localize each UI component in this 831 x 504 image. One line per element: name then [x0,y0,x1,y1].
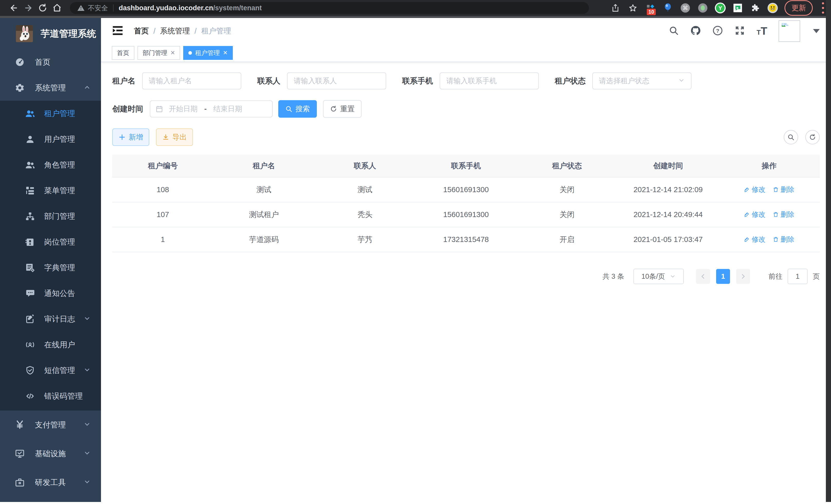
pagination: 共 3 条 10条/页 1 前往 1 页 [112,269,820,284]
create-time-range-picker[interactable]: 开始日期 - 结束日期 [150,100,273,117]
tab-tenant[interactable]: 租户管理 ✕ [183,46,233,60]
address-bar[interactable]: 不安全 dashboard.yudao.iocoder.cn/system/te… [70,2,589,14]
cell-created: 2021-12-14 21:02:09 [618,177,718,202]
github-icon[interactable] [690,25,701,37]
browser-back-button[interactable] [7,1,21,15]
page-header: 首页 / 系统管理 / 租户管理 ? T [101,18,831,44]
avatar-dropdown-caret-icon[interactable] [813,29,820,33]
extension-record-icon[interactable] [697,2,709,13]
chrome-menu-icon[interactable]: ••• [822,1,824,15]
edit-link[interactable]: 修改 [744,235,766,244]
extension-chat-icon[interactable] [732,2,743,13]
extensions-puzzle-icon[interactable] [749,2,761,13]
header-search-icon[interactable] [668,25,679,37]
url-host: dashboard.yudao.iocoder.cn [119,4,213,12]
user-icon [25,134,35,144]
sidebar-item-dept[interactable]: 部门管理 [0,203,101,229]
delete-link[interactable]: 删除 [773,235,794,244]
edit-link[interactable]: 修改 [744,210,766,219]
fullscreen-icon[interactable] [735,25,745,37]
profile-emoji-icon[interactable] [767,2,778,13]
toggle-search-button[interactable] [784,130,798,144]
breadcrumb-separator: / [153,27,155,35]
breadcrumb-home[interactable]: 首页 [134,26,149,36]
chevron-right-icon [740,273,746,280]
share-icon[interactable] [610,2,621,13]
goto-label: 前往 [769,272,782,281]
status-select[interactable]: 请选择租户状态 [592,72,691,89]
search-button[interactable]: 搜索 [278,100,317,118]
download-icon [162,134,169,141]
sidebar-item-tenant[interactable]: 租户管理 [0,101,101,126]
sidebar-item-post[interactable]: 岗位管理 [0,229,101,255]
active-tab-dot [188,51,192,55]
cell-tenant-id: 108 [112,177,213,202]
extension-balloon-icon[interactable] [662,2,674,13]
prev-page-button[interactable] [696,269,710,284]
sidebar-item-dev-tools[interactable]: 研发工具 [0,468,101,497]
refresh-table-button[interactable] [805,130,820,144]
page-size-select[interactable]: 10条/页 [633,269,684,284]
delete-link[interactable]: 删除 [773,210,794,219]
export-button[interactable]: 导出 [156,128,193,146]
page-number-current[interactable]: 1 [716,269,730,284]
help-icon[interactable]: ? [712,25,723,37]
sidebar-item-dict[interactable]: 字典管理 [0,255,101,280]
cell-mobile: 15601691300 [416,202,516,227]
close-icon[interactable]: ✕ [170,50,175,56]
col-tenant-name: 租户名 [213,155,314,177]
sidebar-item-infra[interactable]: 基础设施 [0,439,101,468]
chrome-update-button[interactable]: 更新 [784,0,813,16]
edit-link[interactable]: 修改 [744,185,766,194]
extension-command-icon[interactable]: ⌘ [680,2,691,13]
trash-icon [773,186,779,192]
app-logo-row[interactable]: 芋道管理系统 [0,18,101,49]
svg-text:Y: Y [718,5,722,11]
window-scrollbar[interactable] [826,0,831,502]
reset-button[interactable]: 重置 [323,100,362,118]
sidebar-item-pay[interactable]: 支付管理 [0,411,101,439]
col-contact: 联系人 [315,155,416,177]
cell-status: 关闭 [516,177,618,202]
tenant-name-input[interactable]: 请输入租户名 [142,72,241,89]
add-button[interactable]: 新增 [112,128,149,146]
close-icon[interactable]: ✕ [223,50,227,56]
sidebar-item-notice[interactable]: 通知公告 [0,280,101,306]
breadcrumb-system[interactable]: 系统管理 [160,26,190,36]
tab-dept[interactable]: 部门管理 ✕ [138,46,180,60]
extension-y-icon[interactable]: Y [715,2,726,13]
sidebar-toggle-icon[interactable] [112,26,123,36]
sidebar-item-label: 用户管理 [44,134,75,145]
contact-input[interactable]: 请输入联系人 [287,72,386,89]
goto-page-input[interactable]: 1 [787,269,808,284]
sidebar-item-user[interactable]: 用户管理 [0,126,101,152]
sidebar-item-label: 通知公告 [44,288,75,299]
browser-reload-button[interactable] [35,1,50,15]
sidebar-item-online-user[interactable]: 在线用户 [0,332,101,358]
delete-link[interactable]: 删除 [773,185,794,194]
sidebar-item-system[interactable]: 系统管理 [0,75,101,101]
sidebar-item-sms[interactable]: 短信管理 [0,358,101,383]
sidebar-item-home[interactable]: 首页 [0,49,101,75]
col-actions: 操作 [719,155,820,177]
sidebar-item-menu[interactable]: 菜单管理 [0,178,101,203]
sidebar-item-label: 错误码管理 [44,391,83,402]
extension-tasks-icon[interactable]: 10 [645,2,656,13]
sidebar-item-error-code[interactable]: 错误码管理 [0,383,101,409]
tab-home[interactable]: 首页 [112,46,134,60]
tenant-name-label: 租户名 [112,76,136,86]
mobile-input[interactable]: 请输入联系手机 [440,72,539,89]
sidebar-item-role[interactable]: 角色管理 [0,152,101,178]
browser-home-button[interactable] [50,1,64,15]
next-page-button[interactable] [736,269,750,284]
chevron-up-icon [84,84,91,92]
browser-forward-button[interactable] [21,1,35,15]
user-avatar-broken-image[interactable] [779,20,800,42]
security-label[interactable]: 不安全 [88,4,108,12]
font-size-icon[interactable]: TT [756,25,767,37]
bookmark-star-icon[interactable] [627,2,638,13]
chevron-down-icon [84,315,91,323]
col-created: 创建时间 [618,155,718,177]
table-row: 1 芋道源码 芋艿 17321315478 开启 2021-01-05 17:0… [112,227,820,252]
sidebar-item-audit-log[interactable]: 审计日志 [0,306,101,332]
